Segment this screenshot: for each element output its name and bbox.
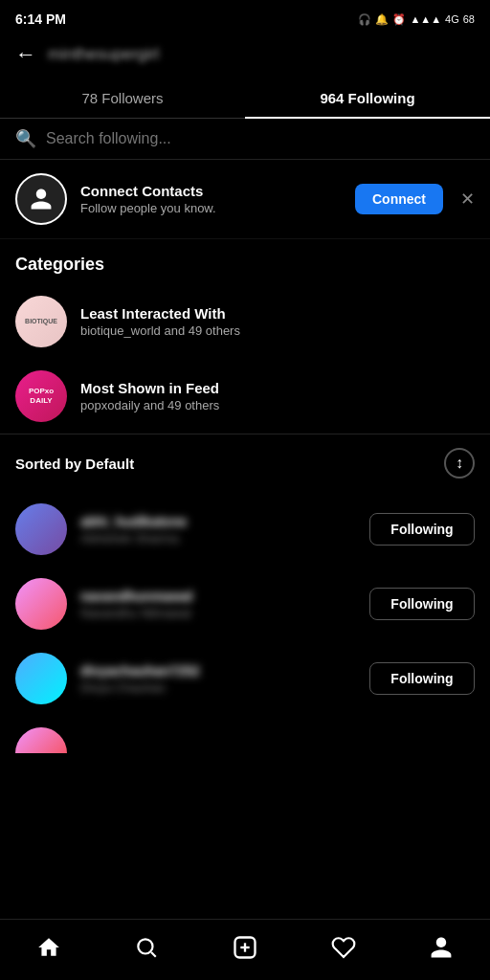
categories-section: Categories BIOTIQUE Least Interacted Wit…	[0, 239, 490, 434]
search-nav-icon	[134, 935, 159, 966]
user-handle-2: divyachauhan7252	[80, 663, 356, 679]
connect-contacts-text: Connect Contacts Follow people you know.	[80, 183, 342, 215]
search-bar: 🔍	[0, 119, 490, 160]
status-icons: 🎧 🔔 ⏰ ▲▲▲ 4G 68	[358, 13, 475, 26]
category-most-shown[interactable]: POPxoDAILY Most Shown in Feed popxodaily…	[0, 359, 490, 434]
following-list: abhi_hudikatone Abhishek Sharma Followin…	[0, 492, 490, 765]
search-icon: 🔍	[15, 128, 36, 149]
svg-point-0	[138, 939, 152, 953]
close-connect-button[interactable]: ✕	[460, 189, 475, 210]
network-icon: 4G	[445, 13, 459, 25]
category-least-name: Least Interacted With	[80, 305, 240, 322]
category-most-sub: popxodaily and 49 others	[80, 398, 219, 412]
heart-nav-icon	[331, 935, 356, 966]
categories-title: Categories	[0, 239, 490, 284]
headphone-icon: 🎧	[358, 13, 371, 26]
profile-nav-icon	[429, 935, 454, 966]
nav-activity[interactable]	[316, 927, 371, 973]
back-button[interactable]: ←	[15, 42, 36, 67]
user-info-0: abhi_hudikatone Abhishek Sharma	[80, 514, 356, 546]
alarm-icon: ⏰	[392, 13, 406, 26]
category-least-interacted[interactable]: BIOTIQUE Least Interacted With biotique_…	[0, 284, 490, 359]
user-info-2: divyachauhan7252 Divya Chauhan	[80, 663, 356, 695]
bottom-nav	[0, 919, 490, 980]
tab-following[interactable]: 964 Following	[245, 78, 490, 118]
battery-icon: 68	[463, 13, 475, 25]
user-avatar-1	[15, 578, 67, 630]
connect-contacts-title: Connect Contacts	[80, 183, 342, 199]
user-avatar-0	[15, 503, 67, 555]
header-username: minthesupergirl	[48, 45, 159, 64]
tabs-container: 78 Followers 964 Following	[0, 78, 490, 119]
add-nav-icon	[232, 934, 258, 967]
following-item-3-partial	[0, 716, 490, 765]
header: ← minthesupergirl	[0, 34, 490, 78]
user-avatar-3-partial	[15, 727, 67, 753]
nav-home[interactable]	[21, 927, 77, 973]
sorted-by-bar: Sorted by Default ↕	[0, 434, 490, 492]
category-most-text: Most Shown in Feed popxodaily and 49 oth…	[80, 380, 219, 412]
following-button-0[interactable]: Following	[369, 513, 475, 546]
following-item-2: divyachauhan7252 Divya Chauhan Following	[0, 641, 490, 716]
category-least-text: Least Interacted With biotique_world and…	[80, 305, 240, 338]
person-icon	[29, 187, 54, 212]
sorted-label: Sorted by Default	[15, 456, 134, 472]
user-name-0: Abhishek Sharma	[80, 531, 356, 546]
following-button-1[interactable]: Following	[369, 588, 475, 620]
user-name-1: Navandhu Nilmawal	[80, 606, 356, 620]
user-info-1: navandhunmawal Navandhu Nilmawal	[80, 589, 356, 620]
nav-add[interactable]	[216, 926, 274, 974]
status-bar: 6:14 PM 🎧 🔔 ⏰ ▲▲▲ 4G 68	[0, 0, 490, 34]
user-handle-0: abhi_hudikatone	[80, 514, 356, 529]
user-name-2: Divya Chauhan	[80, 680, 356, 695]
following-item-0: abhi_hudikatone Abhishek Sharma Followin…	[0, 492, 490, 567]
svg-line-1	[151, 952, 156, 957]
connect-contacts-banner: Connect Contacts Follow people you know.…	[0, 160, 490, 239]
category-biotique-avatar: BIOTIQUE	[15, 296, 67, 347]
nav-profile[interactable]	[413, 927, 469, 973]
connect-contacts-subtitle: Follow people you know.	[80, 201, 342, 215]
user-avatar-2	[15, 653, 67, 704]
connect-contacts-avatar	[15, 173, 67, 225]
category-most-name: Most Shown in Feed	[80, 380, 219, 396]
sort-order-button[interactable]: ↕	[444, 448, 475, 479]
search-input[interactable]	[46, 130, 475, 147]
following-item-1: navandhunmawal Navandhu Nilmawal Followi…	[0, 567, 490, 641]
home-icon	[36, 935, 61, 966]
signal-icon: ▲▲▲	[410, 13, 441, 25]
notification-icon: 🔔	[375, 13, 389, 26]
tab-followers[interactable]: 78 Followers	[0, 78, 245, 118]
connect-button[interactable]: Connect	[355, 184, 443, 214]
status-time: 6:14 PM	[15, 11, 66, 27]
nav-search[interactable]	[119, 927, 174, 973]
category-least-sub: biotique_world and 49 others	[80, 323, 240, 338]
following-button-2[interactable]: Following	[369, 662, 475, 695]
category-popxo-avatar: POPxoDAILY	[15, 370, 67, 422]
user-handle-1: navandhunmawal	[80, 589, 356, 604]
